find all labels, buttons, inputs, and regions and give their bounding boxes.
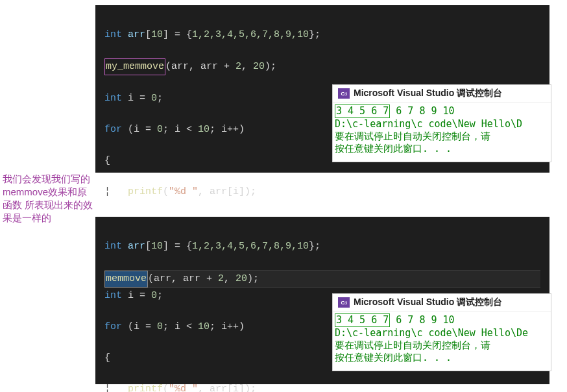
- output-highlight: 3 4 5 6 7: [335, 313, 390, 327]
- code-line: ¦ printf("%d ", arr[i]);: [104, 382, 540, 392]
- side-annotation: 我们会发现我们写的memmove效果和原函数 所表现出来的效果是一样的: [3, 173, 93, 225]
- vs-console-icon: C:\: [338, 88, 350, 99]
- code-line: my_memmove(arr, arr + 2, 20);: [104, 58, 540, 75]
- debug-console-top[interactable]: C:\ Microsoft Visual Studio 调试控制台 3 4 5 …: [332, 84, 551, 162]
- output-highlight: 3 4 5 6 7: [335, 104, 390, 118]
- memmove-call-selected: memmove: [104, 271, 148, 288]
- code-line: ¦ printf("%d ", arr[i]);: [104, 184, 540, 200]
- console-title-text: Microsoft Visual Studio 调试控制台: [354, 297, 502, 308]
- console-titlebar: C:\ Microsoft Visual Studio 调试控制台: [333, 85, 551, 103]
- vs-console-icon: C:\: [338, 297, 350, 308]
- code-line: int arr[10] = {1,2,3,4,5,6,7,8,9,10};: [104, 239, 540, 254]
- console-titlebar: C:\ Microsoft Visual Studio 调试控制台: [333, 294, 551, 312]
- console-output: 3 4 5 6 7 6 7 8 9 10 D:\c-learning\c cod…: [333, 312, 551, 368]
- debug-console-bottom[interactable]: C:\ Microsoft Visual Studio 调试控制台 3 4 5 …: [332, 293, 551, 371]
- console-title-text: Microsoft Visual Studio 调试控制台: [354, 88, 502, 99]
- console-output: 3 4 5 6 7 6 7 8 9 10 D:\c-learning\c cod…: [333, 103, 551, 159]
- code-line-highlighted: memmove(arr, arr + 2, 20);: [104, 270, 540, 288]
- my-memmove-call: my_memmove: [104, 58, 165, 75]
- code-line: int arr[10] = {1,2,3,4,5,6,7,8,9,10};: [104, 27, 540, 43]
